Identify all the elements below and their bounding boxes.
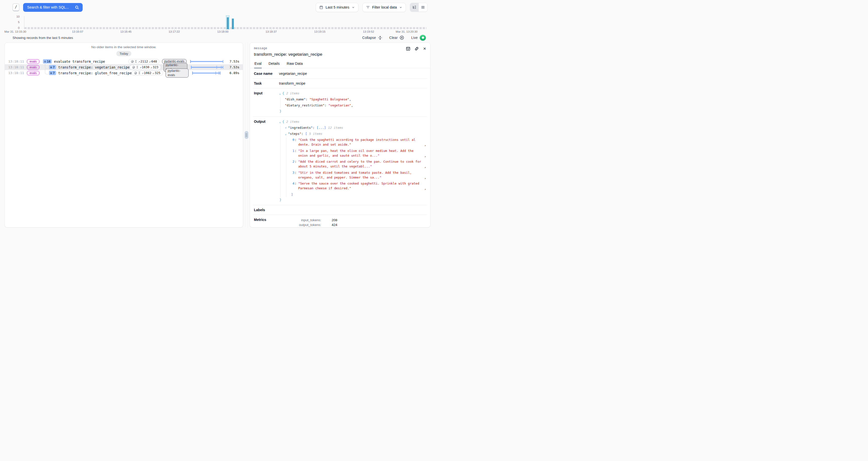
main-content: No older items in the selected time wind… — [0, 42, 434, 229]
tab-raw-data[interactable]: Raw Data — [286, 60, 303, 68]
record-kind-label: message — [254, 46, 426, 50]
json-array-item: 4:"Serve the sauce over the cooked spagh… — [290, 181, 426, 191]
output-tokens: 325 — [155, 71, 160, 75]
x-tick: Mar 31. 13:15:30 — [4, 30, 26, 33]
tree-view-button[interactable] — [410, 3, 419, 11]
metrics-row: Metrics input_tokens:208 output_tokens:4… — [253, 215, 427, 227]
expand-children-badge[interactable]: ⊞ 7 — [49, 65, 56, 69]
token-usage-badge: Σ ↗1082 ↙325 — [132, 70, 163, 75]
json-string-value: "Spaghetti Bolognese" — [309, 97, 349, 101]
output-row: Output ⌄{2 items ›"ingredients":[...]12 … — [253, 117, 427, 205]
filter-local-data-dropdown[interactable]: Filter local data — [363, 3, 406, 12]
live-button-label: Live — [411, 36, 418, 40]
live-indicator-icon — [420, 35, 426, 41]
json-key: "dish_name" — [285, 97, 306, 101]
task-value: transform_recipe — [279, 81, 305, 85]
time-range-dropdown[interactable]: Last 5 minutes — [316, 3, 358, 12]
list-view-icon — [421, 5, 425, 9]
search-button[interactable]: Search & filter with SQL... — [23, 3, 83, 12]
items-count-note: 5 items — [309, 132, 322, 135]
task-label: Task — [254, 81, 279, 85]
x-tick: 13:18:37 — [266, 30, 277, 33]
row-timestamp: 13:18:11 — [8, 65, 24, 69]
expand-caret-icon[interactable]: › — [285, 126, 288, 130]
scope-tag: pydantic-evals — [165, 68, 189, 78]
trace-list-panel: No older items in the selected time wind… — [4, 42, 243, 227]
x-tick: 13:19:52 — [363, 30, 374, 33]
time-range-label: Last 5 minutes — [326, 5, 349, 9]
labels-row: Labels — [253, 205, 427, 215]
input-tokens: 1082 — [144, 71, 151, 75]
output-json-viewer: ⌄{2 items ›"ingredients":[...]12 items ⌄… — [279, 120, 426, 202]
collapsed-array[interactable]: [...] — [316, 126, 326, 129]
input-label: Input — [254, 91, 279, 95]
collapse-caret-icon[interactable]: ⌄ — [279, 120, 282, 124]
clear-button-label: Clear — [389, 36, 398, 40]
x-tick: 13:17:22 — [168, 30, 180, 33]
detail-tabs: Eval Details Raw Data — [250, 60, 430, 68]
x-axis-labels: Mar 31. 13:15:30 13:16:07 13:16:45 13:17… — [24, 30, 427, 34]
plus-square-icon: ⊞ — [50, 71, 52, 75]
histogram-bar[interactable] — [227, 17, 229, 29]
x-tick: Mar 31. 13:20:30 — [396, 30, 418, 33]
duration-bar — [191, 65, 223, 69]
json-key: "steps" — [288, 132, 301, 135]
output-tokens-arrow-icon: ↙ — [153, 71, 155, 75]
clear-button[interactable]: Clear — [389, 35, 404, 40]
histogram-bar[interactable] — [232, 19, 234, 29]
json-array-item: 2:"Add the diced carrot and celery to th… — [290, 159, 426, 169]
case-name-value: vegetarian_recipe — [279, 71, 307, 75]
labels-label: Labels — [254, 208, 279, 212]
sigma-icon: Σ — [138, 71, 141, 75]
panel-divider — [243, 42, 250, 227]
metric: output_tokens:424 — [279, 222, 337, 227]
json-key: "ingredients" — [288, 126, 313, 129]
row-timestamp: 13:18:11 — [8, 60, 24, 63]
tree-connector — [45, 68, 48, 74]
tab-eval[interactable]: Eval — [254, 60, 262, 68]
case-name-row: Case name vegetarian_recipe — [253, 69, 427, 79]
copy-link-icon[interactable] — [414, 47, 419, 51]
date-pill[interactable]: Today — [116, 51, 132, 56]
y-tick: 0 — [18, 26, 20, 29]
items-count-note: 12 items — [328, 126, 343, 129]
trace-row[interactable]: 13:18:11 evals ⊞ 7 transform_recipe: glu… — [5, 70, 243, 76]
detail-panel: message transform_recipe: vegetarian_rec… — [250, 42, 431, 227]
close-icon[interactable]: ✕ — [423, 47, 426, 51]
dock-panel-icon[interactable] — [406, 47, 410, 51]
collapse-button-label: Collapse — [362, 36, 376, 40]
collapse-caret-icon[interactable]: ⌄ — [279, 91, 282, 96]
filter-label: Filter local data — [372, 5, 397, 9]
trace-rows: 13:18:11 evals ⊟ 16 evaluate transform_r… — [5, 59, 243, 76]
collapse-caret-icon[interactable]: ⌄ — [285, 131, 288, 136]
y-axis-labels: 10 5 0 — [0, 16, 22, 29]
live-toggle-button[interactable]: Live — [411, 35, 426, 41]
output-label: Output — [254, 120, 279, 124]
coin-icon — [134, 71, 137, 74]
histogram-plot-area[interactable] — [24, 16, 427, 29]
clear-circle-x-icon — [400, 35, 404, 40]
expand-children-badge[interactable]: ⊞ 7 — [49, 71, 56, 75]
duration-bar — [192, 71, 223, 75]
json-key: "dietary_restriction" — [285, 103, 324, 107]
list-view-button[interactable] — [419, 3, 427, 11]
y-tick: 5 — [18, 21, 20, 24]
items-count-note: 2 items — [286, 91, 300, 95]
json-string-value: "vegetarian" — [329, 103, 351, 107]
service-tag: evals — [27, 65, 39, 69]
collapse-vertical-icon — [378, 36, 382, 40]
filter-icon — [366, 5, 370, 9]
collapse-button[interactable]: Collapse — [362, 36, 382, 40]
records-histogram: 10 5 0 Mar 31. 13:15:30 13:16:07 13:16:4… — [0, 14, 434, 34]
tab-details[interactable]: Details — [268, 60, 280, 68]
x-tick: 13:19:15 — [314, 30, 326, 33]
empty-window-note: No older items in the selected time wind… — [5, 43, 243, 49]
child-count: 7 — [53, 65, 55, 69]
showing-records-text: Showing records from the last 5 minutes — [12, 36, 73, 40]
metric: input_tokens:208 — [279, 218, 337, 222]
service-tag: evals — [27, 71, 39, 75]
panel-resize-handle[interactable] — [245, 131, 248, 139]
zero-baseline — [24, 27, 427, 29]
x-tick: 13:18:00 — [217, 30, 228, 33]
input-json-viewer: ⌄{2 items "dish_name":"Spaghetti Bologne… — [279, 91, 426, 114]
